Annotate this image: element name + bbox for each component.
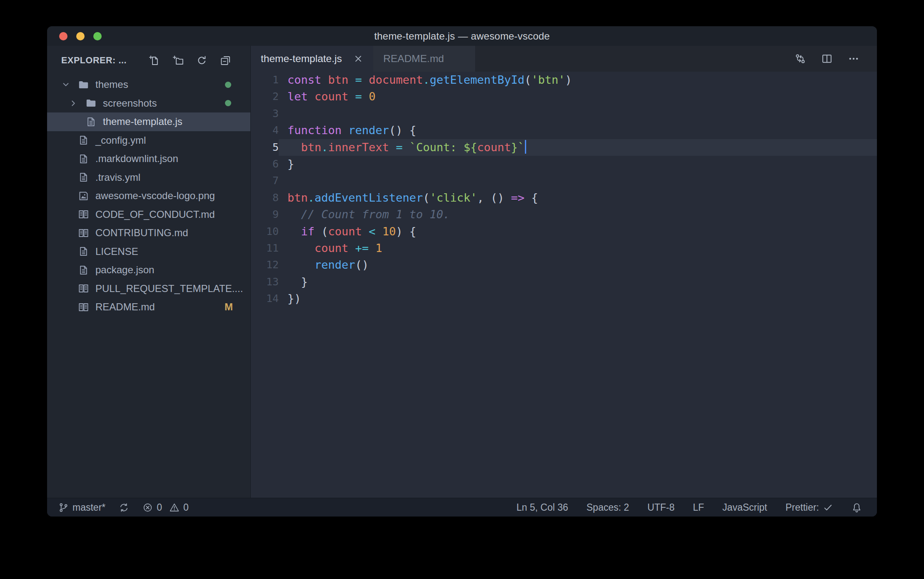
tree-item-label: PULL_REQUEST_TEMPLATE....	[95, 283, 243, 294]
modified-badge: M	[225, 301, 233, 313]
code-line-12: 12 render()	[251, 257, 877, 273]
code-line-7: 7	[251, 172, 877, 189]
markdown-icon	[78, 283, 89, 294]
vscode-window: theme-template.js — awesome-vscode EXPLO…	[47, 26, 877, 517]
line-number: 5	[251, 139, 279, 156]
tree-item-label: README.md	[95, 301, 155, 313]
tree-item--markdownlint-json[interactable]: .markdownlint.json	[47, 150, 250, 168]
chevron-down-icon	[61, 80, 78, 89]
tree-item-themes[interactable]: themes	[47, 75, 250, 94]
tab-bar: theme-template.js README.md	[251, 46, 877, 72]
tree-item-label: awesome-vscode-logo.png	[95, 190, 215, 202]
tree-item-theme-template-js[interactable]: theme-template.js	[47, 112, 250, 131]
code-line-10: 10 if (count < 10) {	[251, 223, 877, 240]
indentation-setting[interactable]: Spaces: 2	[587, 502, 629, 513]
file-icon	[78, 135, 89, 146]
code-line-1: 1const btn = document.getElementById('bt…	[251, 72, 877, 88]
check-icon	[823, 502, 833, 513]
line-number: 4	[251, 122, 279, 139]
tree-item--travis-yml[interactable]: .travis.yml	[47, 168, 250, 187]
tree-item-label: .travis.yml	[95, 172, 140, 183]
code-text: let count = 0	[287, 88, 375, 105]
tab-theme-template-js[interactable]: theme-template.js	[251, 46, 373, 72]
code-line-2: 2let count = 0	[251, 88, 877, 105]
tree-item-label: .markdownlint.json	[95, 153, 178, 165]
editor-actions	[794, 46, 877, 72]
line-number: 14	[251, 290, 279, 307]
sync-status[interactable]	[119, 502, 129, 513]
file-icon	[78, 265, 89, 276]
branch-name: master*	[72, 502, 105, 513]
language-mode[interactable]: JavaScript	[722, 502, 767, 513]
bell-icon	[852, 502, 862, 513]
line-number: 12	[251, 257, 279, 273]
problems-status[interactable]: 0 0	[142, 502, 189, 513]
tree-item-label: theme-template.js	[103, 116, 182, 127]
tab-label: theme-template.js	[261, 53, 342, 65]
git-status-dot	[225, 100, 231, 106]
tab-readme-md[interactable]: README.md	[373, 46, 476, 72]
text-cursor	[525, 140, 526, 154]
refresh-icon[interactable]	[196, 55, 207, 66]
sync-icon	[119, 502, 129, 513]
code-line-8: 8btn.addEventListener('click', () => {	[251, 190, 877, 206]
window-title: theme-template.js — awesome-vscode	[374, 30, 550, 42]
tree-item-readme-md[interactable]: README.mdM	[47, 298, 250, 317]
code-line-14: 14})	[251, 290, 877, 307]
code-text: }	[287, 156, 294, 172]
zoom-window-button[interactable]	[93, 32, 102, 40]
code-line-13: 13 }	[251, 274, 877, 290]
split-editor-icon[interactable]	[821, 53, 833, 65]
open-changes-icon[interactable]	[794, 53, 806, 65]
tree-item--config-yml[interactable]: _config.yml	[47, 131, 250, 150]
code-text: btn.addEventListener('click', () => {	[287, 190, 538, 206]
git-branch-status[interactable]: master*	[58, 502, 105, 513]
close-window-button[interactable]	[59, 32, 67, 40]
folder-icon	[78, 79, 89, 90]
line-number: 3	[251, 105, 279, 122]
more-actions-icon[interactable]	[848, 53, 859, 65]
minimize-window-button[interactable]	[76, 32, 85, 40]
collapse-all-icon[interactable]	[220, 55, 231, 66]
tree-item-awesome-vscode-logo-png[interactable]: awesome-vscode-logo.png	[47, 187, 250, 205]
code-text: btn.innerText = `Count: ${count}`	[287, 139, 526, 156]
tree-item-pull-request-template-[interactable]: PULL_REQUEST_TEMPLATE....	[47, 280, 250, 298]
code-line-11: 11 count += 1	[251, 240, 877, 257]
tree-item-code-of-conduct-md[interactable]: CODE_OF_CONDUCT.md	[47, 205, 250, 224]
formatter-status[interactable]: Prettier:	[785, 502, 833, 513]
code-text: // Count from 1 to 10.	[287, 206, 450, 223]
new-file-icon[interactable]	[149, 55, 160, 66]
cursor-position[interactable]: Ln 5, Col 36	[517, 502, 568, 513]
tree-item-license[interactable]: LICENSE	[47, 242, 250, 261]
tree-item-label: screenshots	[103, 97, 157, 109]
explorer-actions	[149, 55, 231, 66]
file-icon	[78, 246, 89, 257]
error-icon	[142, 502, 153, 513]
window-controls	[59, 26, 102, 46]
tree-item-contributing-md[interactable]: CONTRIBUTING.md	[47, 224, 250, 242]
status-bar: master* 0 0 Ln 5, Col 36 Spaces: 2 UTF-8…	[47, 498, 877, 517]
tab-label: README.md	[383, 53, 444, 65]
code-line-9: 9 // Count from 1 to 10.	[251, 206, 877, 223]
code-text: }	[287, 274, 308, 290]
file-icon	[78, 153, 89, 165]
git-status-dot	[225, 82, 231, 88]
explorer-header: EXPLORER: ...	[47, 46, 250, 75]
markdown-icon	[78, 227, 89, 239]
warning-icon	[169, 502, 180, 513]
code-text: function render() {	[287, 122, 416, 139]
chevron-right-icon	[69, 99, 85, 108]
tree-item-screenshots[interactable]: screenshots	[47, 94, 250, 113]
close-tab-icon[interactable]	[353, 54, 363, 64]
tree-item-package-json[interactable]: package.json	[47, 261, 250, 280]
new-folder-icon[interactable]	[172, 55, 184, 66]
file-tree: themesscreenshotstheme-template.js_confi…	[47, 75, 250, 317]
markdown-icon	[78, 209, 89, 220]
encoding-setting[interactable]: UTF-8	[647, 502, 674, 513]
code-area[interactable]: 1const btn = document.getElementById('bt…	[251, 72, 877, 498]
eol-setting[interactable]: LF	[693, 502, 704, 513]
line-number: 6	[251, 156, 279, 172]
line-number: 13	[251, 274, 279, 290]
notifications[interactable]	[852, 502, 862, 513]
editor-group: theme-template.js README.md 1const btn =…	[251, 46, 877, 498]
